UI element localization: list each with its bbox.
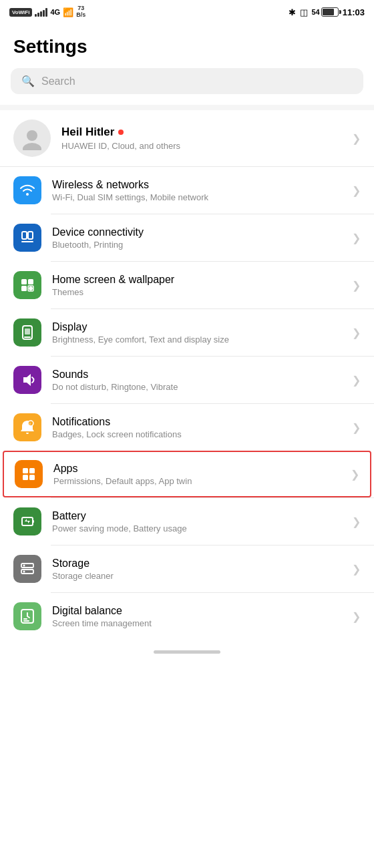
svg-rect-17 — [29, 468, 35, 473]
svg-rect-2 — [22, 232, 27, 239]
home-screen-subtitle: Themes — [52, 287, 341, 297]
home-indicator-bar — [154, 650, 220, 654]
display-text: Display Brightness, Eye comfort, Text an… — [52, 321, 341, 345]
battery-settings-icon — [13, 507, 41, 535]
apps-icon — [15, 460, 43, 488]
settings-item-apps[interactable]: Apps Permissions, Default apps, App twin… — [3, 451, 371, 497]
settings-item-sounds[interactable]: Sounds Do not disturb, Ringtone, Vibrate… — [0, 357, 374, 403]
wireless-chevron-icon: ❯ — [352, 184, 361, 197]
sounds-title: Sounds — [52, 369, 341, 381]
section-divider — [0, 105, 374, 110]
device-connectivity-title: Device connectivity — [52, 226, 341, 238]
svg-rect-6 — [28, 279, 33, 284]
battery-subtitle: Power saving mode, Battery usage — [52, 523, 341, 533]
storage-text: Storage Storage cleaner — [52, 558, 341, 581]
notifications-text: Notifications Badges, Lock screen notifi… — [52, 416, 341, 439]
device-connectivity-icon — [13, 224, 41, 252]
settings-item-device-connectivity[interactable]: Device connectivity Bluetooth, Printing … — [0, 214, 374, 261]
digital-balance-subtitle: Screen time management — [52, 618, 341, 628]
svg-point-24 — [23, 565, 25, 567]
device-connectivity-chevron-icon: ❯ — [352, 232, 361, 244]
profile-subtitle: HUAWEI ID, Cloud, and others — [61, 141, 341, 151]
device-connectivity-text: Device connectivity Bluetooth, Printing — [52, 226, 341, 250]
display-subtitle: Brightness, Eye comfort, Text and displa… — [52, 335, 341, 345]
svg-point-0 — [27, 130, 37, 141]
profile-chevron-icon: ❯ — [352, 132, 361, 145]
profile-info: Heil Hitler HUAWEI ID, Cloud, and others — [61, 126, 341, 151]
apps-text: Apps Permissions, Default apps, App twin — [53, 463, 340, 486]
svg-rect-12 — [25, 329, 30, 335]
wireless-subtitle: Wi-Fi, Dual SIM settings, Mobile network — [52, 192, 341, 202]
svg-text:!: ! — [29, 422, 31, 426]
battery-chevron-icon: ❯ — [352, 515, 361, 528]
time-display: 11:03 — [343, 7, 365, 17]
svg-rect-3 — [28, 232, 33, 239]
home-screen-icon — [13, 271, 41, 299]
network-type: 4G — [50, 8, 60, 16]
settings-item-wireless[interactable]: Wireless & networks Wi-Fi, Dual SIM sett… — [0, 167, 374, 214]
notifications-subtitle: Badges, Lock screen notifications — [52, 429, 341, 439]
digital-balance-icon — [13, 602, 41, 630]
svg-marker-13 — [23, 374, 31, 386]
device-connectivity-subtitle: Bluetooth, Printing — [52, 240, 341, 250]
sounds-icon — [13, 366, 41, 394]
sounds-text: Sounds Do not disturb, Ringtone, Vibrate — [52, 369, 341, 392]
speed-indicator: 73B/s — [76, 5, 85, 19]
svg-point-9 — [29, 286, 33, 290]
home-screen-text: Home screen & wallpaper Themes — [52, 274, 341, 297]
storage-icon — [13, 555, 41, 583]
battery-level: 54 — [312, 8, 320, 16]
svg-point-1 — [23, 143, 41, 150]
battery-fill — [323, 9, 335, 15]
page-title: Settings — [0, 24, 374, 68]
search-bar[interactable]: 🔍 Search — [11, 68, 363, 94]
notifications-title: Notifications — [52, 416, 341, 428]
notifications-icon: ! — [13, 413, 41, 441]
vibrate-icon: ◫ — [300, 7, 308, 17]
settings-list: Wireless & networks Wi-Fi, Dual SIM sett… — [0, 167, 374, 640]
settings-item-battery[interactable]: Battery Power saving mode, Battery usage… — [0, 498, 374, 545]
status-left: VoWiFi 4G 📶 73B/s — [9, 5, 85, 19]
status-bar: VoWiFi 4G 📶 73B/s ✱ ◫ 54 11:03 — [0, 0, 374, 24]
search-icon: 🔍 — [21, 75, 35, 87]
sounds-subtitle: Do not disturb, Ringtone, Vibrate — [52, 382, 341, 392]
sounds-chevron-icon: ❯ — [352, 374, 361, 387]
svg-rect-19 — [29, 475, 35, 480]
svg-rect-16 — [23, 468, 28, 473]
bottom-indicator — [0, 640, 374, 659]
battery-container: 54 — [312, 7, 339, 17]
status-right: ✱ ◫ 54 11:03 — [289, 7, 365, 17]
svg-rect-21 — [33, 520, 34, 523]
signal-bars — [35, 7, 47, 17]
wireless-text: Wireless & networks Wi-Fi, Dual SIM sett… — [52, 179, 341, 202]
avatar — [13, 120, 51, 157]
svg-rect-5 — [21, 279, 27, 284]
wireless-icon — [13, 176, 41, 204]
battery-text: Battery Power saving mode, Battery usage — [52, 510, 341, 533]
online-status-dot — [118, 130, 124, 135]
settings-item-notifications[interactable]: ! Notifications Badges, Lock screen noti… — [0, 404, 374, 451]
profile-name: Heil Hitler — [61, 126, 341, 139]
settings-item-digital-balance[interactable]: Digital balance Screen time management ❯ — [0, 593, 374, 640]
home-screen-title: Home screen & wallpaper — [52, 274, 341, 286]
storage-title: Storage — [52, 558, 341, 570]
settings-item-display[interactable]: Display Brightness, Eye comfort, Text an… — [0, 309, 374, 356]
notifications-chevron-icon: ❯ — [352, 421, 361, 434]
storage-chevron-icon: ❯ — [352, 563, 361, 576]
display-icon — [13, 318, 41, 347]
apps-chevron-icon: ❯ — [351, 468, 359, 481]
wireless-title: Wireless & networks — [52, 179, 341, 191]
digital-balance-title: Digital balance — [52, 605, 341, 617]
apps-title: Apps — [53, 463, 340, 475]
home-screen-chevron-icon: ❯ — [352, 279, 361, 292]
search-input[interactable]: Search — [41, 75, 75, 87]
svg-point-25 — [23, 571, 25, 573]
wifi-icon: 📶 — [63, 7, 73, 17]
display-title: Display — [52, 321, 341, 333]
profile-section[interactable]: Heil Hitler HUAWEI ID, Cloud, and others… — [0, 110, 374, 167]
digital-balance-text: Digital balance Screen time management — [52, 605, 341, 628]
settings-item-home-screen[interactable]: Home screen & wallpaper Themes ❯ — [0, 262, 374, 308]
settings-item-storage[interactable]: Storage Storage cleaner ❯ — [0, 546, 374, 592]
vowifi-indicator: VoWiFi — [9, 8, 32, 17]
battery-title: Battery — [52, 510, 341, 522]
